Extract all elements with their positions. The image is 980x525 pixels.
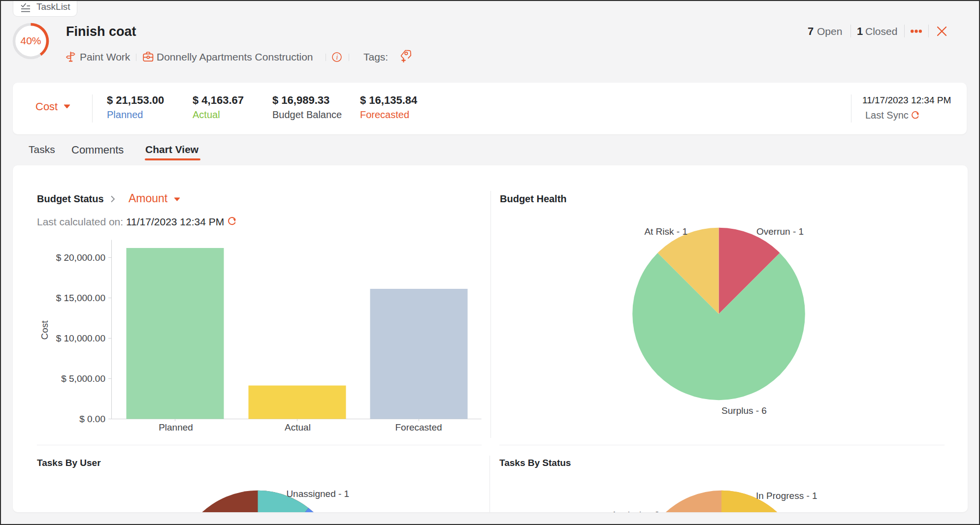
svg-text:Cost: Cost [39, 320, 50, 340]
svg-text:$ 5,000.00: $ 5,000.00 [61, 373, 105, 384]
svg-text:Actual: Actual [285, 422, 311, 432]
svg-text:i: i [336, 54, 338, 61]
svg-text:At Risk - 1: At Risk - 1 [644, 226, 687, 237]
svg-text:Overrun - 1: Overrun - 1 [756, 226, 804, 237]
svg-text:$ 15,000.00: $ 15,000.00 [56, 293, 105, 303]
svg-text:$ 10,000.00: $ 10,000.00 [56, 333, 105, 343]
svg-text:Analysis - 2: Analysis - 2 [611, 510, 659, 513]
svg-text:In Progress - 1: In Progress - 1 [756, 491, 817, 501]
svg-text:$ 0.00: $ 0.00 [79, 414, 105, 424]
svg-text:$ 20,000.00: $ 20,000.00 [56, 252, 105, 263]
svg-text:Surplus - 6: Surplus - 6 [721, 405, 767, 416]
svg-text:Forecasted: Forecasted [395, 422, 442, 432]
svg-text:Unassigned - 1: Unassigned - 1 [286, 489, 349, 499]
svg-text:40%: 40% [20, 35, 41, 46]
svg-text:Planned: Planned [159, 422, 193, 432]
